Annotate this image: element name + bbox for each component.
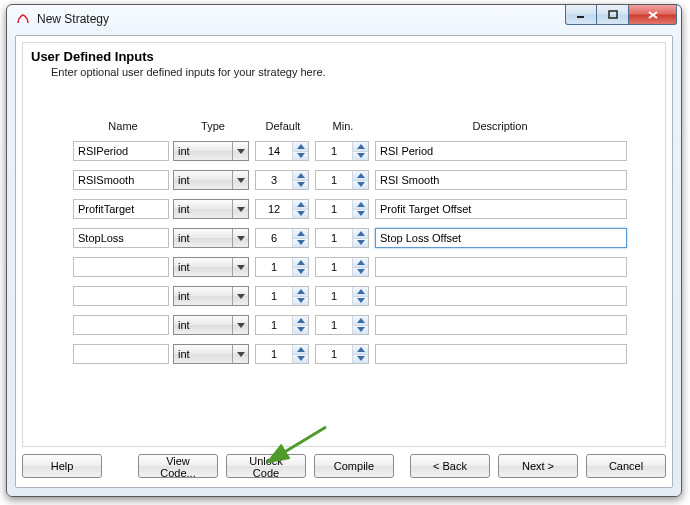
type-select[interactable]: int <box>173 170 249 190</box>
help-button[interactable]: Help <box>22 454 102 478</box>
name-input[interactable] <box>73 344 169 364</box>
default-spinner[interactable]: 6 <box>255 228 309 248</box>
type-select[interactable]: int <box>173 199 249 219</box>
name-input[interactable] <box>73 141 169 161</box>
type-select[interactable]: int <box>173 257 249 277</box>
min-spinner[interactable]: 1 <box>315 257 369 277</box>
description-input[interactable] <box>375 315 627 335</box>
back-button[interactable]: < Back <box>410 454 490 478</box>
min-value: 1 <box>316 345 352 363</box>
chevron-down-icon <box>232 171 248 189</box>
spin-down-icon[interactable] <box>293 239 308 248</box>
spin-down-icon[interactable] <box>353 152 368 161</box>
spin-down-icon[interactable] <box>293 355 308 364</box>
spin-down-icon[interactable] <box>293 297 308 306</box>
name-input[interactable] <box>73 170 169 190</box>
window-frame: New Strategy User Defined Inputs Enter o… <box>6 4 682 497</box>
spin-up-icon[interactable] <box>353 287 368 297</box>
unlock-code-button[interactable]: Unlock Code <box>226 454 306 478</box>
default-spinner[interactable]: 12 <box>255 199 309 219</box>
spin-up-icon[interactable] <box>353 229 368 239</box>
spin-down-icon[interactable] <box>293 152 308 161</box>
name-input[interactable] <box>73 315 169 335</box>
min-spinner[interactable]: 1 <box>315 286 369 306</box>
minimize-button[interactable] <box>565 5 597 25</box>
window-controls <box>565 5 677 25</box>
type-select[interactable]: int <box>173 315 249 335</box>
name-input[interactable] <box>73 286 169 306</box>
close-button[interactable] <box>629 5 677 25</box>
min-spinner[interactable]: 1 <box>315 199 369 219</box>
spin-up-icon[interactable] <box>353 258 368 268</box>
spin-up-icon[interactable] <box>293 345 308 355</box>
spin-up-icon[interactable] <box>353 171 368 181</box>
spin-down-icon[interactable] <box>353 355 368 364</box>
spin-up-icon[interactable] <box>293 200 308 210</box>
min-value: 1 <box>316 200 352 218</box>
spin-down-icon[interactable] <box>353 210 368 219</box>
type-select[interactable]: int <box>173 344 249 364</box>
default-value: 3 <box>256 171 292 189</box>
spin-down-icon[interactable] <box>353 239 368 248</box>
min-spinner[interactable]: 1 <box>315 315 369 335</box>
description-input[interactable] <box>375 257 627 277</box>
type-label: int <box>174 319 232 331</box>
compile-button[interactable]: Compile <box>314 454 394 478</box>
spin-down-icon[interactable] <box>353 326 368 335</box>
spin-up-icon[interactable] <box>293 316 308 326</box>
window-title: New Strategy <box>37 12 109 26</box>
spin-down-icon[interactable] <box>293 181 308 190</box>
col-type: Type <box>173 120 253 132</box>
description-input[interactable] <box>375 170 627 190</box>
name-input[interactable] <box>73 257 169 277</box>
name-input[interactable] <box>73 199 169 219</box>
min-spinner[interactable]: 1 <box>315 344 369 364</box>
min-spinner[interactable]: 1 <box>315 141 369 161</box>
default-spinner[interactable]: 3 <box>255 170 309 190</box>
next-button[interactable]: Next > <box>498 454 578 478</box>
titlebar[interactable]: New Strategy <box>7 5 681 33</box>
view-code-button[interactable]: View Code... <box>138 454 218 478</box>
maximize-button[interactable] <box>597 5 629 25</box>
min-spinner[interactable]: 1 <box>315 228 369 248</box>
spin-down-icon[interactable] <box>293 268 308 277</box>
description-input[interactable] <box>375 286 627 306</box>
default-spinner[interactable]: 1 <box>255 344 309 364</box>
description-input[interactable] <box>375 344 627 364</box>
spin-up-icon[interactable] <box>353 200 368 210</box>
cancel-button[interactable]: Cancel <box>586 454 666 478</box>
default-spinner[interactable]: 1 <box>255 286 309 306</box>
default-value: 1 <box>256 287 292 305</box>
chevron-down-icon <box>232 142 248 160</box>
spin-up-icon[interactable] <box>293 258 308 268</box>
type-select[interactable]: int <box>173 228 249 248</box>
name-input[interactable] <box>73 228 169 248</box>
spin-up-icon[interactable] <box>293 171 308 181</box>
description-input[interactable] <box>375 141 627 161</box>
spin-down-icon[interactable] <box>293 326 308 335</box>
type-select[interactable]: int <box>173 286 249 306</box>
default-spinner[interactable]: 1 <box>255 257 309 277</box>
spin-up-icon[interactable] <box>293 229 308 239</box>
description-input[interactable] <box>375 199 627 219</box>
content-panel: User Defined Inputs Enter optional user … <box>22 42 666 447</box>
spin-down-icon[interactable] <box>353 268 368 277</box>
input-row: int121 <box>73 198 627 220</box>
spin-down-icon[interactable] <box>293 210 308 219</box>
min-spinner[interactable]: 1 <box>315 170 369 190</box>
spin-up-icon[interactable] <box>293 287 308 297</box>
type-select[interactable]: int <box>173 141 249 161</box>
spin-down-icon[interactable] <box>353 297 368 306</box>
description-input[interactable] <box>375 228 627 248</box>
chevron-down-icon <box>232 258 248 276</box>
spin-up-icon[interactable] <box>353 142 368 152</box>
spin-down-icon[interactable] <box>353 181 368 190</box>
spin-up-icon[interactable] <box>293 142 308 152</box>
grid-header: Name Type Default Min. Description <box>73 120 627 132</box>
default-spinner[interactable]: 14 <box>255 141 309 161</box>
type-label: int <box>174 232 232 244</box>
type-label: int <box>174 290 232 302</box>
default-spinner[interactable]: 1 <box>255 315 309 335</box>
spin-up-icon[interactable] <box>353 345 368 355</box>
spin-up-icon[interactable] <box>353 316 368 326</box>
